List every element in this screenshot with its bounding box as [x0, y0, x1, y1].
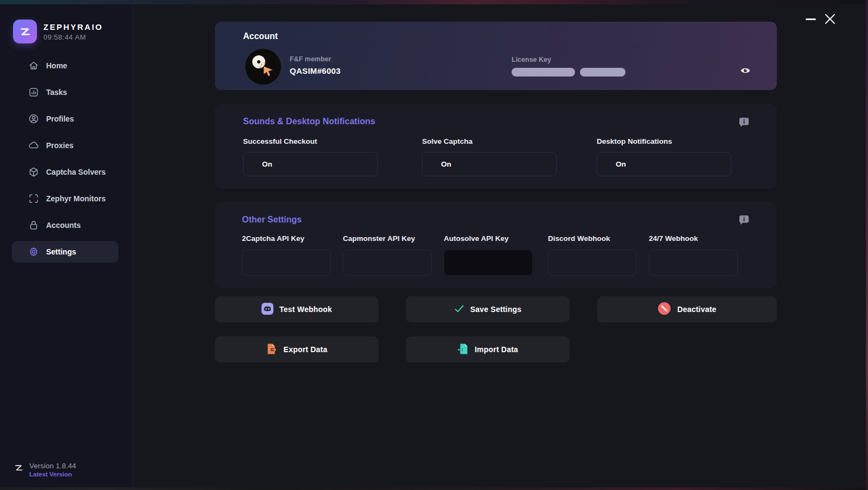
notifications-title: Sounds & Desktop Notifications	[243, 117, 375, 126]
license-key-label: License Key	[512, 56, 551, 63]
desktop-notifications-select[interactable]: On	[597, 152, 731, 176]
sidebar-item-label: Home	[46, 61, 67, 70]
avatar	[245, 49, 281, 85]
member-username: QASIM#6003	[290, 66, 341, 75]
sidebar-item-zephyr-monitors[interactable]: Zephyr Monitors	[12, 188, 118, 209]
deactivate-button[interactable]: Deactivate	[597, 296, 777, 322]
tasks-icon	[28, 87, 39, 98]
sidebar-item-captcha-solvers[interactable]: Captcha Solvers	[12, 161, 118, 183]
sidebar-item-label: Captcha Solvers	[46, 168, 106, 176]
save-settings-button[interactable]: Save Settings	[406, 296, 570, 322]
sidebar: ZEPHYRAIO 09:58:44 AM Home Tasks	[0, 4, 133, 487]
brand-name: ZEPHYRAIO	[43, 22, 103, 31]
zephyr-footer-logo-icon	[13, 462, 24, 474]
button-label: Import Data	[475, 345, 518, 354]
sidebar-item-label: Zephyr Monitors	[46, 194, 106, 203]
other-settings-title: Other Settings	[242, 215, 302, 225]
capmonster-api-key-input[interactable]	[343, 250, 432, 276]
import-data-button[interactable]: Import Data	[406, 336, 570, 362]
license-key-masked-segment	[512, 68, 575, 77]
autosolve-api-key-input[interactable]	[444, 250, 533, 276]
field-label-desktop-notifications: Desktop Notifications	[597, 137, 672, 145]
sidebar-item-accounts[interactable]: Accounts	[12, 214, 118, 236]
successful-checkout-select[interactable]: On	[243, 152, 378, 176]
solve-captcha-select[interactable]: On	[422, 152, 557, 176]
field-label-autosolve: Autosolve API Key	[444, 234, 509, 243]
sidebar-item-label: Tasks	[46, 88, 67, 97]
window-top-edge	[0, 0, 868, 4]
info-icon[interactable]	[739, 215, 749, 225]
member-type: F&F member	[290, 55, 331, 63]
home-icon	[28, 60, 39, 71]
notifications-card: Sounds & Desktop Notifications Successfu…	[215, 104, 777, 189]
other-settings-card: Other Settings 2Captcha API Key Capmonst…	[215, 202, 777, 288]
captcha-solvers-icon	[28, 167, 39, 177]
reveal-license-eye-icon[interactable]	[740, 66, 751, 77]
main-content: Account F&F member QASIM#6003 License Ke…	[133, 4, 866, 487]
window-bottom-edge	[0, 487, 868, 490]
sidebar-item-home[interactable]: Home	[12, 55, 118, 77]
field-label-solve-captcha: Solve Captcha	[422, 137, 473, 145]
clock: 09:58:44 AM	[43, 33, 103, 41]
info-icon[interactable]	[739, 117, 749, 128]
button-label: Deactivate	[677, 305, 716, 314]
field-label-successful-checkout: Successful Checkout	[243, 137, 317, 145]
accounts-icon	[28, 220, 39, 231]
test-webhook-button[interactable]: Test Webhook	[215, 296, 379, 322]
field-label-2captcha: 2Captcha API Key	[242, 234, 304, 243]
sidebar-item-label: Proxies	[46, 141, 74, 150]
zephyr-logo-icon	[13, 20, 37, 43]
field-label-discord-webhook: Discord Webhook	[548, 234, 610, 243]
sidebar-item-label: Profiles	[46, 114, 74, 123]
account-card: Account F&F member QASIM#6003 License Ke…	[215, 22, 777, 90]
import-icon	[457, 343, 469, 357]
sidebar-item-label: Settings	[46, 247, 76, 256]
proxies-icon	[28, 140, 39, 151]
account-title: Account	[243, 31, 278, 41]
settings-gear-icon	[28, 246, 39, 257]
button-label: Save Settings	[470, 305, 521, 314]
button-label: Test Webhook	[279, 305, 332, 314]
version-footer: Version 1.8.44 Latest Version	[13, 462, 76, 478]
version-status: Latest Version	[29, 471, 76, 478]
check-icon	[454, 304, 464, 315]
close-button[interactable]	[823, 12, 837, 26]
export-icon	[266, 343, 278, 357]
sidebar-nav: Home Tasks Profiles Proxies	[12, 55, 118, 268]
sidebar-item-label: Accounts	[46, 221, 81, 230]
window-right-edge	[866, 0, 868, 490]
sidebar-item-tasks[interactable]: Tasks	[12, 81, 118, 103]
brand: ZEPHYRAIO 09:58:44 AM	[13, 20, 103, 43]
discord-icon	[261, 303, 273, 316]
version-text: Version 1.8.44	[29, 462, 76, 470]
cursor-icon	[263, 65, 275, 79]
sidebar-item-proxies[interactable]: Proxies	[12, 135, 118, 156]
deactivate-icon	[658, 302, 671, 317]
247-webhook-input[interactable]	[649, 250, 738, 276]
app-window: ZEPHYRAIO 09:58:44 AM Home Tasks	[0, 4, 866, 487]
zephyr-monitors-icon	[28, 193, 39, 204]
2captcha-api-key-input[interactable]	[242, 250, 331, 276]
sidebar-item-settings[interactable]: Settings	[12, 241, 118, 263]
license-key-masked-segment	[580, 68, 626, 77]
field-label-247-webhook: 24/7 Webhook	[649, 234, 698, 243]
discord-webhook-input[interactable]	[548, 250, 637, 276]
sidebar-item-profiles[interactable]: Profiles	[12, 108, 118, 130]
export-data-button[interactable]: Export Data	[215, 336, 379, 362]
field-label-capmonster: Capmonster API Key	[343, 234, 415, 243]
button-label: Export Data	[284, 345, 328, 354]
minimize-button[interactable]	[806, 18, 816, 20]
profiles-icon	[28, 113, 39, 124]
